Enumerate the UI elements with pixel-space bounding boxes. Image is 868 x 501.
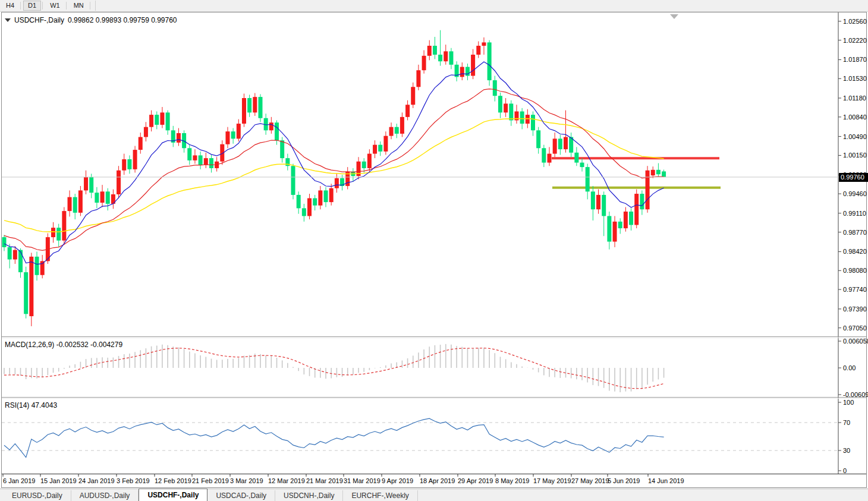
rsi-axis-label: 0: [843, 467, 847, 474]
tab-usdchf[interactable]: USDCHF-,Daily: [139, 489, 207, 501]
price-axis-label: 1.00840: [843, 114, 867, 121]
date-tick-label: 14 Jun 2019: [648, 477, 684, 484]
tab-eurchf[interactable]: EURCHF-,Weekly: [343, 490, 417, 501]
date-tick-label: 12 Mar 2019: [268, 477, 305, 484]
rsi-axis-label: 100: [843, 399, 854, 406]
symbol-period-label: USDCHF-,Daily: [14, 16, 64, 24]
date-tick-label: 5 Jun 2019: [608, 477, 640, 484]
macd-axis-label: -0.006098: [843, 391, 868, 398]
price-axis-label: 0.97740: [843, 286, 867, 293]
tab-usdcnh[interactable]: USDCNH-,Daily: [275, 490, 343, 501]
price-axis-label: 1.02220: [843, 37, 867, 44]
price-axis-label: 1.01870: [843, 56, 867, 63]
date-tick-label: 31 Mar 2019: [344, 477, 380, 484]
price-axis-label: 1.00490: [843, 133, 867, 140]
price-axis-label: 1.01180: [843, 94, 866, 102]
price-axis-label: 0.99460: [843, 190, 867, 197]
tab-eurusd[interactable]: EURUSD-,Daily: [4, 490, 71, 501]
date-tick-label: 3 Mar 2019: [230, 477, 263, 484]
symbol-tab-bar: EURUSD-,DailyAUDUSD-,DailyUSDCHF-,DailyU…: [0, 489, 868, 501]
candles-layer: [2, 30, 666, 326]
ohlc-values: 0.99862 0.99893 0.99759 0.99760: [68, 16, 177, 24]
macd-histogram: [4, 344, 664, 392]
price-chart-canvas[interactable]: [0, 0, 868, 501]
date-tick-label: 27 May 2019: [571, 477, 609, 484]
date-tick-label: 8 May 2019: [495, 477, 529, 484]
macd-axis-label: 0.006058: [843, 338, 868, 345]
price-axis-label: 1.02560: [843, 18, 867, 25]
date-tick-label: 6 Jan 2019: [3, 477, 35, 484]
macd-axis-label: 0.00: [843, 364, 856, 371]
ma-slow-line: [4, 118, 664, 232]
ma-mid-line: [4, 89, 664, 251]
price-axis-label: 0.97390: [843, 305, 867, 313]
date-tick-label: 29 Apr 2019: [458, 477, 493, 484]
current-price-badge: 0.99760: [839, 173, 868, 182]
price-axis-label: 1.00150: [843, 152, 867, 159]
price-axis-label: 0.99110: [843, 210, 866, 217]
rsi-line: [4, 418, 664, 457]
chart-shift-marker-icon[interactable]: [670, 14, 678, 19]
date-tick-label: 21 Feb 2019: [192, 477, 229, 484]
price-axis-label: 0.98080: [843, 267, 867, 274]
date-tick-label: 24 Jan 2019: [78, 477, 115, 484]
date-tick-label: 15 Jan 2019: [40, 477, 77, 484]
price-axis-label: 1.01530: [843, 75, 867, 82]
rsi-axis-label: 70: [843, 419, 850, 426]
date-tick-label: 3 Feb 2019: [117, 477, 150, 484]
rsi-label: RSI(14) 47.4043: [5, 401, 57, 409]
macd-signal-line: [4, 348, 664, 389]
chart-title: USDCHF-,Daily 0.99862 0.99893 0.99759 0.…: [5, 16, 177, 24]
tab-usdcad[interactable]: USDCAD-,Daily: [207, 490, 275, 501]
macd-label: MACD(12,26,9) -0.002532 -0.004279: [5, 341, 122, 349]
mt4-chart-window: H4D1W1MN USDCHF-,Daily 0.99862 0.99893 0…: [0, 0, 868, 501]
symbol-dropdown-icon[interactable]: [5, 18, 11, 22]
date-tick-label: 18 Apr 2019: [420, 477, 455, 484]
price-axis-label: 0.98770: [843, 229, 867, 236]
date-tick-label: 12 Feb 2019: [155, 477, 191, 484]
date-tick-label: 17 May 2019: [533, 477, 571, 484]
ma-fast-line: [4, 62, 664, 264]
price-axis-label: 0.98420: [843, 248, 867, 255]
price-axis-label: 0.97050: [843, 324, 867, 332]
tab-audusd[interactable]: AUDUSD-,Daily: [71, 490, 139, 501]
date-tick-label: 9 Apr 2019: [382, 477, 413, 484]
rsi-axis-label: 30: [843, 447, 850, 454]
date-tick-label: 21 Mar 2019: [306, 477, 343, 484]
